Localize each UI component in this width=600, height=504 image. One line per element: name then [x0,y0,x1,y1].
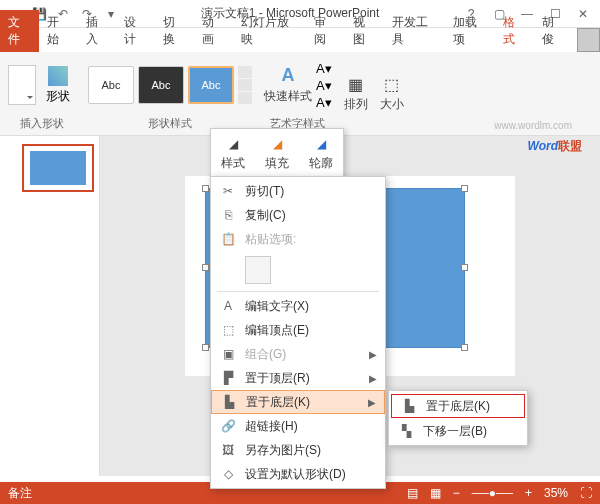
fit-icon[interactable]: ⛶ [580,486,592,500]
context-menu: ✂剪切(T) ⎘复制(C) 📋粘贴选项: A编辑文字(X) ⬚编辑顶点(E) ▣… [210,176,386,489]
cut-icon: ✂ [219,184,237,198]
menu-set-default[interactable]: ◇设置为默认形状(D) [211,462,385,486]
zoom-in-icon[interactable]: + [525,486,532,500]
zoom-out-icon[interactable]: − [453,486,460,500]
tab-animations[interactable]: 动画 [194,10,233,52]
mini-style-button[interactable]: ◢ 样式 [215,133,251,174]
send-back-icon: ▙ [220,395,238,409]
text-effects-icon[interactable]: A▾ [316,95,332,110]
edit-points-icon: ⬚ [219,323,237,337]
bring-front-icon: ▛ [219,371,237,385]
shapes-button[interactable]: 形状 [40,64,76,107]
arrange-button[interactable]: ▦ 排列 [344,75,368,113]
group-icon: ▣ [219,347,237,361]
tab-design[interactable]: 设计 [116,10,155,52]
style-icon: ◢ [223,135,243,153]
text-fill-icon[interactable]: A▾ [316,61,332,76]
quick-styles-button[interactable]: A 快速样式 [264,65,312,105]
zoom-slider[interactable]: ──●── [472,486,513,500]
send-back-icon: ▙ [400,399,418,413]
user-avatar[interactable] [577,28,600,52]
tab-insert[interactable]: 插入 [78,10,117,52]
menu-copy[interactable]: ⎘复制(C) [211,203,385,227]
copy-icon: ⎘ [219,208,237,222]
size-button[interactable]: ⬚ 大小 [380,75,404,113]
tab-slideshow[interactable]: 幻灯片放映 [233,10,306,52]
group-insert-shapes: 插入形状 [20,114,64,131]
mini-fill-button[interactable]: ◢ 填充 [259,133,295,174]
mini-outline-button[interactable]: ◢ 轮廓 [303,133,339,174]
notes-button[interactable]: 备注 [8,485,32,502]
tab-home[interactable]: 开始 [39,10,78,52]
shapes-gallery[interactable] [8,65,36,105]
resize-handle[interactable] [202,264,209,271]
resize-handle[interactable] [202,185,209,192]
shapes-label: 形状 [46,88,70,105]
resize-handle[interactable] [461,185,468,192]
menu-edit-points[interactable]: ⬚编辑顶点(E) [211,318,385,342]
watermark: Word联盟 [528,130,582,156]
mini-toolbar: ◢ 样式 ◢ 填充 ◢ 轮廓 [210,128,344,179]
menu-send-back[interactable]: ▙置于底层(K)▶ [211,390,385,414]
tab-review[interactable]: 审阅 [306,10,345,52]
menu-hyperlink[interactable]: 🔗超链接(H) [211,414,385,438]
tab-addins[interactable]: 加载项 [445,10,495,52]
resize-handle[interactable] [461,344,468,351]
shape-style-1[interactable]: Abc [88,66,134,104]
tab-transitions[interactable]: 切换 [155,10,194,52]
menu-paste-options: 📋粘贴选项: [211,227,385,251]
view-sorter-icon[interactable]: ▦ [430,486,441,500]
style-more[interactable] [238,92,252,104]
resize-handle[interactable] [202,344,209,351]
shape-style-3[interactable]: Abc [188,66,234,104]
paste-icon: 📋 [219,232,237,246]
send-backward-icon: ▚ [397,424,415,438]
slide-thumbnail-1[interactable] [22,144,94,192]
tab-file[interactable]: 文件 [0,10,39,52]
user-name[interactable]: 胡俊 [534,10,573,52]
view-normal-icon[interactable]: ▤ [407,486,418,500]
save-pic-icon: 🖼 [219,443,237,457]
menu-save-as-pic[interactable]: 🖼另存为图片(S) [211,438,385,462]
menu-group: ▣组合(G)▶ [211,342,385,366]
style-scroll-down[interactable] [238,79,252,91]
submenu-send-to-back[interactable]: ▙置于底层(K) [391,394,525,418]
paste-preview [211,251,385,289]
outline-icon: ◢ [311,135,331,153]
tab-format[interactable]: 格式 [495,10,534,52]
default-icon: ◇ [219,467,237,481]
tab-view[interactable]: 视图 [345,10,384,52]
menu-edit-text[interactable]: A编辑文字(X) [211,294,385,318]
submenu-send-backward[interactable]: ▚下移一层(B) [389,419,527,443]
shape-style-2[interactable]: Abc [138,66,184,104]
send-back-submenu: ▙置于底层(K) ▚下移一层(B) [388,390,528,446]
link-icon: 🔗 [219,419,237,433]
tab-developer[interactable]: 开发工具 [384,10,446,52]
text-outline-icon[interactable]: A▾ [316,78,332,93]
resize-handle[interactable] [461,264,468,271]
group-shape-styles: 形状样式 [148,114,192,131]
close-icon[interactable]: ✕ [570,4,596,24]
edit-text-icon: A [219,299,237,313]
menu-cut[interactable]: ✂剪切(T) [211,179,385,203]
fill-icon: ◢ [267,135,287,153]
zoom-level[interactable]: 35% [544,486,568,500]
style-scroll-up[interactable] [238,66,252,78]
menu-bring-front[interactable]: ▛置于顶层(R)▶ [211,366,385,390]
